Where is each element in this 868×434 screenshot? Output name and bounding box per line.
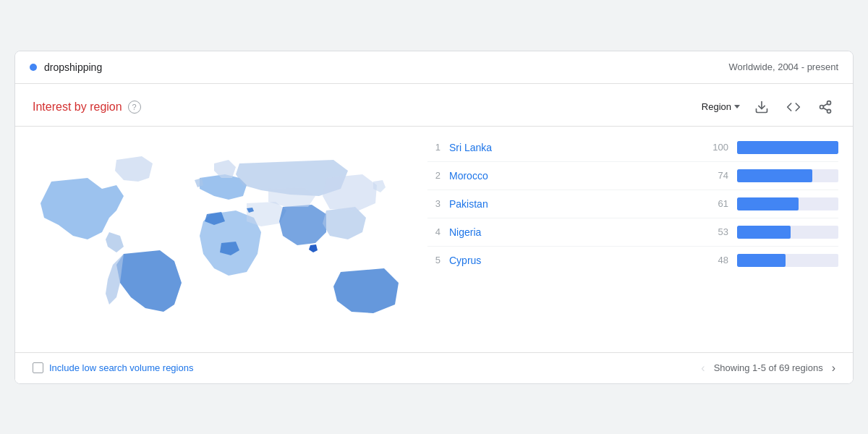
rank-number: 1	[427, 142, 441, 153]
svg-line-4	[823, 108, 827, 110]
rank-score: 48	[707, 255, 728, 265]
low-volume-checkbox[interactable]	[33, 362, 43, 373]
rank-bar-container	[737, 197, 838, 210]
section-title: Interest by region	[33, 101, 122, 114]
region-dropdown[interactable]: Region	[702, 101, 740, 112]
rank-country-name[interactable]: Sri Lanka	[449, 142, 698, 153]
section-controls: Region	[702, 97, 835, 117]
rank-score: 74	[707, 170, 728, 181]
map-area	[15, 127, 420, 352]
rank-bar-fill	[737, 226, 791, 239]
date-range-label: Worldwide, 2004 - present	[728, 61, 838, 72]
chevron-down-icon	[734, 105, 740, 109]
rank-bar-container	[737, 169, 838, 182]
rank-number: 5	[427, 255, 441, 265]
rank-bar-container	[737, 254, 838, 267]
rank-country-name[interactable]: Nigeria	[449, 226, 698, 238]
rank-score: 100	[707, 142, 728, 153]
download-button[interactable]	[752, 97, 772, 117]
rank-bar-container	[737, 141, 838, 154]
rank-bar-fill	[737, 197, 799, 210]
pagination: ‹ Showing 1-5 of 69 regions ›	[701, 362, 835, 375]
low-volume-text: Include low search volume regions	[49, 362, 193, 373]
rank-country-name[interactable]: Pakistan	[449, 198, 698, 210]
rank-bar-fill	[737, 254, 786, 267]
share-button[interactable]	[815, 97, 835, 117]
rank-number: 3	[427, 198, 441, 209]
rank-score: 53	[707, 226, 728, 237]
embed-button[interactable]	[783, 97, 804, 117]
ranking-row: 4 Nigeria 53	[427, 218, 838, 247]
section-title-group: Interest by region ?	[33, 101, 141, 114]
svg-line-5	[823, 103, 827, 106]
ranking-row: 5 Cyprus 48	[427, 247, 838, 274]
term-dot	[30, 64, 37, 71]
ranking-row: 3 Pakistan 61	[427, 190, 838, 218]
main-container: dropshipping Worldwide, 2004 - present I…	[14, 51, 854, 384]
ranking-row: 1 Sri Lanka 100	[427, 134, 838, 162]
body-area: 1 Sri Lanka 100 2 Morocco 74	[15, 127, 853, 352]
share-icon	[818, 100, 833, 114]
rank-bar-container	[737, 226, 838, 239]
rank-country-name[interactable]: Morocco	[449, 170, 698, 182]
region-dropdown-label: Region	[702, 101, 731, 112]
rankings-area: 1 Sri Lanka 100 2 Morocco 74	[420, 127, 853, 352]
search-term-label: dropshipping	[44, 61, 102, 73]
help-icon[interactable]: ?	[128, 101, 141, 114]
download-icon	[754, 100, 769, 114]
pagination-next-button[interactable]: ›	[832, 362, 835, 375]
rank-country-name[interactable]: Cyprus	[449, 255, 698, 266]
footer-bar: Include low search volume regions ‹ Show…	[15, 352, 853, 383]
rank-number: 2	[427, 170, 441, 181]
ranking-row: 2 Morocco 74	[427, 162, 838, 190]
world-map	[30, 138, 406, 341]
pagination-text: Showing 1-5 of 69 regions	[714, 362, 823, 373]
main-content: Interest by region ? Region	[15, 84, 853, 383]
rank-score: 61	[707, 198, 728, 209]
pagination-prev-button[interactable]: ‹	[701, 362, 705, 375]
rank-number: 4	[427, 226, 441, 237]
low-volume-toggle[interactable]: Include low search volume regions	[33, 362, 193, 373]
embed-icon	[786, 100, 801, 114]
header-bar: dropshipping Worldwide, 2004 - present	[15, 51, 853, 84]
rank-bar-fill	[737, 141, 838, 154]
section-header: Interest by region ? Region	[15, 84, 853, 127]
rank-bar-fill	[737, 169, 812, 182]
header-left: dropshipping	[30, 61, 102, 73]
